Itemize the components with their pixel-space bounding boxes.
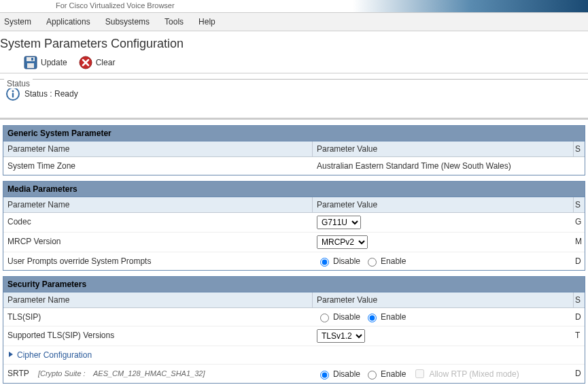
mrcp-suggested: M bbox=[574, 233, 585, 252]
col-suggested-header: S bbox=[574, 141, 585, 156]
top-banner: For Cisco Virtualized Voice Browser bbox=[0, 0, 588, 13]
menu-tools[interactable]: Tools bbox=[162, 16, 186, 28]
svg-rect-2 bbox=[27, 63, 34, 68]
srtp-crypto-label: [Crypto Suite : bbox=[38, 369, 86, 377]
status-text: Status : Ready bbox=[24, 89, 78, 99]
row-user-prompts: User Prompts override System Prompts Dis… bbox=[3, 252, 585, 270]
col-name-header: Parameter Name bbox=[3, 197, 313, 212]
allow-rtp-checkbox bbox=[415, 369, 424, 378]
col-value-header: Parameter Value bbox=[313, 141, 574, 156]
section-security: Security Parameters Parameter Name Param… bbox=[3, 276, 585, 384]
allow-rtp-check: Allow RTP (Mixed mode) bbox=[413, 367, 519, 380]
srtp-name: SRTP bbox=[7, 369, 29, 378]
user-prompts-radio-group: Disable Enable bbox=[317, 256, 406, 267]
allow-rtp-label: Allow RTP (Mixed mode) bbox=[429, 369, 519, 379]
section-media-header: Media Parameters bbox=[3, 182, 585, 197]
status-legend: Status bbox=[4, 79, 33, 88]
user-prompts-enable[interactable]: Enable bbox=[364, 256, 406, 267]
clear-label: Clear bbox=[96, 58, 116, 67]
row-srtp: SRTP [Crypto Suite : AES_CM_128_HMAC_SHA… bbox=[3, 365, 585, 383]
toolbar: Update Clear bbox=[0, 52, 588, 73]
row-codec: Codec G711U G bbox=[3, 213, 585, 233]
status-fieldset: Status Status : Ready bbox=[0, 79, 588, 104]
srtp-enable[interactable]: Enable bbox=[364, 369, 406, 380]
section-generic-header: Generic System Parameter bbox=[3, 126, 585, 141]
column-headers: Parameter Name Parameter Value S bbox=[3, 292, 585, 308]
tls-sip-radio-group: Disable Enable bbox=[317, 312, 406, 322]
column-headers: Parameter Name Parameter Value S bbox=[3, 197, 585, 213]
tls-sip-enable-radio[interactable] bbox=[368, 314, 377, 322]
update-label: Update bbox=[41, 58, 67, 67]
user-prompts-suggested: D bbox=[574, 252, 585, 270]
srtp-enable-radio[interactable] bbox=[368, 371, 377, 380]
srtp-suggested: D bbox=[574, 365, 585, 383]
save-icon bbox=[23, 55, 38, 70]
mrcp-name: MRCP Version bbox=[3, 233, 313, 252]
section-security-header: Security Parameters bbox=[3, 277, 585, 292]
column-headers: Parameter Name Parameter Value S bbox=[3, 141, 585, 157]
srtp-disable-radio[interactable] bbox=[320, 371, 329, 380]
cipher-expand[interactable]: Cipher Configuration bbox=[7, 350, 309, 360]
col-suggested-header: S bbox=[574, 292, 585, 307]
col-value-header: Parameter Value bbox=[313, 197, 574, 212]
col-name-header: Parameter Name bbox=[3, 292, 313, 307]
user-prompts-name: User Prompts override System Prompts bbox=[3, 252, 313, 270]
tls-versions-select[interactable]: TLSv1.2 bbox=[317, 329, 365, 343]
menu-subsystems[interactable]: Subsystems bbox=[103, 16, 152, 28]
mrcp-select[interactable]: MRCPv2 bbox=[317, 235, 368, 249]
menu-applications[interactable]: Applications bbox=[44, 16, 93, 28]
col-value-header: Parameter Value bbox=[313, 292, 574, 307]
timezone-value: Australian Eastern Standard Time (New So… bbox=[313, 157, 574, 175]
row-tls-versions: Supported TLS(SIP) Versions TLSv1.2 T bbox=[3, 326, 585, 346]
row-mrcp: MRCP Version MRCPv2 M bbox=[3, 233, 585, 252]
tls-sip-disable-radio[interactable] bbox=[320, 314, 329, 322]
svg-rect-7 bbox=[12, 93, 14, 98]
svg-rect-3 bbox=[31, 58, 33, 61]
svg-rect-1 bbox=[27, 57, 35, 61]
timezone-name: System Time Zone bbox=[3, 157, 313, 175]
tls-versions-suggested: T bbox=[574, 326, 585, 346]
row-timezone: System Time Zone Australian Eastern Stan… bbox=[3, 157, 585, 175]
section-media: Media Parameters Parameter Name Paramete… bbox=[3, 181, 585, 271]
row-tls-sip: TLS(SIP) Disable Enable D bbox=[3, 308, 585, 326]
svg-point-6 bbox=[12, 90, 14, 92]
user-prompts-disable[interactable]: Disable bbox=[317, 256, 360, 267]
col-suggested-header: S bbox=[574, 197, 585, 212]
tls-sip-suggested: D bbox=[574, 308, 585, 326]
menubar: System Applications Subsystems Tools Hel… bbox=[0, 13, 588, 31]
update-button[interactable]: Update bbox=[23, 55, 67, 70]
user-prompts-enable-radio[interactable] bbox=[368, 258, 377, 267]
header-subtitle: For Cisco Virtualized Voice Browser bbox=[56, 1, 175, 10]
codec-name: Codec bbox=[3, 213, 313, 232]
user-prompts-disable-radio[interactable] bbox=[320, 258, 329, 267]
clear-button[interactable]: Clear bbox=[78, 55, 116, 70]
srtp-crypto-value: AES_CM_128_HMAC_SHA1_32] bbox=[93, 369, 205, 377]
tls-versions-name: Supported TLS(SIP) Versions bbox=[3, 326, 313, 346]
srtp-disable[interactable]: Disable bbox=[317, 369, 360, 380]
srtp-radio-group: Disable Enable bbox=[317, 369, 406, 380]
tls-sip-enable[interactable]: Enable bbox=[364, 312, 406, 322]
codec-select[interactable]: G711U bbox=[317, 216, 361, 229]
tls-sip-name: TLS(SIP) bbox=[3, 308, 313, 326]
row-cipher: Cipher Configuration bbox=[3, 346, 585, 365]
cipher-name: Cipher Configuration bbox=[17, 350, 92, 360]
close-icon bbox=[78, 55, 93, 70]
codec-suggested: G bbox=[574, 213, 585, 232]
page-title: System Parameters Configuration bbox=[0, 31, 588, 52]
menu-system[interactable]: System bbox=[1, 16, 34, 28]
tls-sip-disable[interactable]: Disable bbox=[317, 312, 360, 322]
menu-help[interactable]: Help bbox=[196, 16, 218, 28]
info-icon bbox=[5, 86, 20, 101]
col-name-header: Parameter Name bbox=[3, 141, 313, 156]
caret-right-icon bbox=[7, 350, 14, 360]
section-generic: Generic System Parameter Parameter Name … bbox=[3, 125, 585, 175]
